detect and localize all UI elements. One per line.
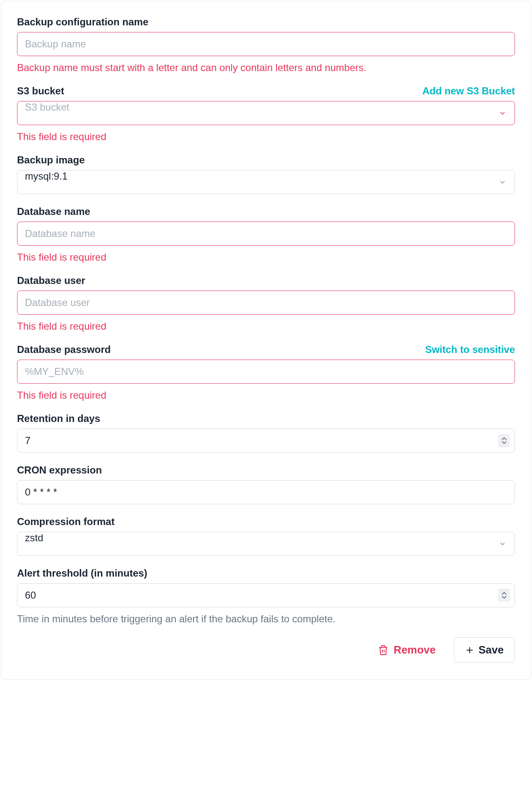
field-db-name: Database name This field is required bbox=[17, 206, 515, 263]
db-password-input[interactable] bbox=[17, 360, 515, 384]
save-button-label: Save bbox=[478, 644, 504, 656]
plus-icon bbox=[465, 646, 474, 655]
alert-threshold-input[interactable] bbox=[17, 583, 515, 607]
s3-bucket-select[interactable]: S3 bucket bbox=[17, 101, 515, 125]
db-name-input[interactable] bbox=[17, 222, 515, 246]
backup-name-label: Backup configuration name bbox=[17, 16, 148, 28]
add-s3-bucket-link[interactable]: Add new S3 Bucket bbox=[422, 85, 515, 97]
field-compression: Compression format zstd bbox=[17, 516, 515, 556]
backup-config-form: Backup configuration name Backup name mu… bbox=[1, 1, 531, 680]
field-backup-image: Backup image mysql:9.1 bbox=[17, 154, 515, 194]
trash-icon bbox=[378, 644, 389, 656]
backup-name-error: Backup name must start with a letter and… bbox=[17, 62, 515, 74]
chevron-down-icon[interactable] bbox=[502, 441, 507, 444]
db-user-input[interactable] bbox=[17, 291, 515, 315]
s3-bucket-label: S3 bucket bbox=[17, 85, 64, 97]
field-db-user: Database user This field is required bbox=[17, 275, 515, 332]
remove-button-label: Remove bbox=[394, 644, 436, 656]
switch-sensitive-link[interactable]: Switch to sensitive bbox=[425, 344, 515, 355]
backup-name-input[interactable] bbox=[17, 32, 515, 56]
form-actions: Remove Save bbox=[17, 637, 515, 663]
s3-bucket-error: This field is required bbox=[17, 131, 515, 143]
db-user-label: Database user bbox=[17, 275, 85, 286]
alert-threshold-helper: Time in minutes before triggering an ale… bbox=[17, 613, 515, 625]
alert-threshold-label: Alert threshold (in minutes) bbox=[17, 567, 147, 579]
retention-label: Retention in days bbox=[17, 413, 100, 424]
chevron-down-icon[interactable] bbox=[502, 595, 507, 599]
cron-label: CRON expression bbox=[17, 464, 102, 476]
db-name-label: Database name bbox=[17, 206, 90, 217]
number-stepper[interactable] bbox=[498, 589, 510, 602]
db-password-error: This field is required bbox=[17, 390, 515, 401]
db-user-error: This field is required bbox=[17, 321, 515, 332]
field-s3-bucket: S3 bucket Add new S3 Bucket S3 bucket Th… bbox=[17, 85, 515, 143]
save-button[interactable]: Save bbox=[454, 637, 515, 663]
backup-image-select[interactable]: mysql:9.1 bbox=[17, 170, 515, 194]
chevron-up-icon[interactable] bbox=[502, 592, 507, 595]
db-name-error: This field is required bbox=[17, 252, 515, 263]
backup-image-label: Backup image bbox=[17, 154, 85, 166]
compression-label: Compression format bbox=[17, 516, 115, 528]
field-cron: CRON expression bbox=[17, 464, 515, 504]
db-password-label: Database password bbox=[17, 344, 111, 355]
cron-input[interactable] bbox=[17, 480, 515, 504]
field-retention: Retention in days bbox=[17, 413, 515, 453]
chevron-up-icon[interactable] bbox=[502, 437, 507, 441]
field-backup-name: Backup configuration name Backup name mu… bbox=[17, 16, 515, 74]
number-stepper[interactable] bbox=[498, 434, 510, 447]
field-alert-threshold: Alert threshold (in minutes) Time in min… bbox=[17, 567, 515, 625]
retention-input[interactable] bbox=[17, 429, 515, 453]
field-db-password: Database password Switch to sensitive Th… bbox=[17, 344, 515, 401]
remove-button[interactable]: Remove bbox=[378, 644, 436, 656]
compression-select[interactable]: zstd bbox=[17, 532, 515, 556]
